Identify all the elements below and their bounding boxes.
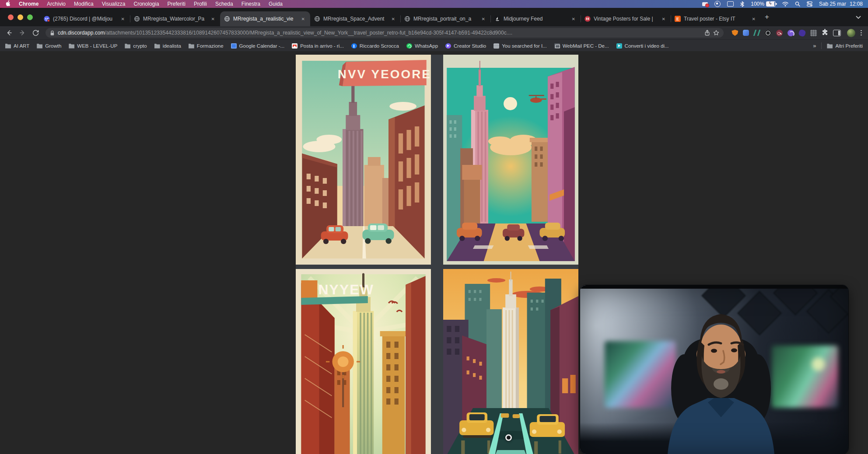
menu-item-modifica[interactable]: Modifica	[74, 1, 94, 7]
poster-image-nvv-yeoore: NVV YEOORE	[296, 55, 431, 265]
bookmark-folder-crypto[interactable]: crypto	[125, 43, 147, 49]
bookmark-label: crypto	[133, 43, 147, 49]
menu-item-guida[interactable]: Guida	[269, 1, 283, 7]
bookmark-converti-video[interactable]: Converti i video di...	[616, 43, 669, 49]
control-center-icon[interactable]	[807, 1, 812, 7]
tab-midjourney-feed[interactable]: Midjourney Feed ✕	[490, 11, 581, 26]
menu-item-cronologia[interactable]: Cronologia	[134, 1, 159, 7]
teal-n-extension-icon[interactable]	[754, 30, 760, 36]
purple-swirl-extension-icon[interactable]	[788, 30, 794, 36]
share-icon[interactable]	[704, 30, 710, 36]
chrome-menu-icon[interactable]	[859, 30, 864, 36]
tab-close-icon[interactable]: ✕	[300, 16, 306, 22]
bookmark-label: Posta in arrivo - ri...	[300, 43, 344, 49]
maximize-window-button[interactable]	[27, 14, 33, 20]
apple-menu-icon[interactable]	[5, 0, 10, 8]
bookmark-label: Google Calendar -...	[239, 43, 285, 49]
menu-item-chrome[interactable]: Chrome	[19, 1, 38, 7]
tab-space-adventure[interactable]: MRregista_Space_Advent ✕	[310, 11, 400, 26]
battery-status[interactable]: 100% ϟ	[751, 1, 776, 7]
tab-close-icon[interactable]: ✕	[390, 16, 396, 22]
tab-etsy[interactable]: E Travel poster - Etsy IT ✕	[671, 11, 761, 26]
bookmark-gmail-inbox[interactable]: Posta in arrivo - ri...	[292, 43, 344, 49]
bookmark-folder-ai-art[interactable]: AI ART	[5, 43, 29, 49]
dark-purple-extension-icon[interactable]	[798, 29, 806, 37]
password-key-extension-icon[interactable]	[776, 30, 783, 36]
reload-button[interactable]	[31, 28, 40, 38]
bookmark-star-icon[interactable]	[713, 30, 719, 36]
time-label: 12:08	[850, 1, 863, 7]
bookmark-creator-studio[interactable]: Creator Studio	[445, 43, 486, 49]
poster-top-left: NVV YEOORE	[296, 55, 431, 265]
stop-screen-recording-icon[interactable]	[714, 1, 721, 7]
folder-icon	[5, 43, 11, 49]
tab-close-icon[interactable]: ✕	[120, 16, 126, 22]
other-bookmarks-folder[interactable]: Altri Preferiti	[827, 43, 863, 49]
profile-avatar[interactable]	[847, 29, 855, 37]
poster-image-teal-sunset	[443, 55, 578, 265]
menu-item-finestra[interactable]: Finestra	[242, 1, 260, 7]
bookmark-webmail-pec[interactable]: WebMail PEC - De...	[554, 43, 609, 49]
tab-close-icon[interactable]: ✕	[661, 16, 667, 22]
sidebar-toggle-icon[interactable]	[833, 30, 841, 36]
tab-watercolor[interactable]: MRregista_Watercolor_Pa ✕	[130, 11, 220, 26]
bookmark-label: Altri Preferiti	[835, 43, 863, 49]
menu-bar-clock[interactable]: Sab 25 mar 12:08	[819, 1, 863, 7]
bookmark-folder-growth[interactable]: Growth	[37, 43, 61, 49]
tab-search-chevron-icon[interactable]	[856, 13, 861, 21]
spotlight-search-icon[interactable]	[795, 1, 800, 7]
tab-label: MRregista_Space_Advent	[323, 16, 387, 22]
bookmark-label: WhatsApp	[415, 43, 438, 49]
minimize-window-button[interactable]	[18, 14, 23, 20]
display-mirroring-icon[interactable]	[727, 1, 734, 7]
bookmark-google-calendar[interactable]: Google Calendar -...	[231, 43, 285, 49]
globe-favicon	[314, 16, 320, 22]
tab-close-icon[interactable]: ✕	[210, 16, 216, 22]
bookmark-you-searched[interactable]: You searched for I...	[494, 43, 547, 49]
browser-window: (2765) Discord | @Midjou ✕ MRregista_Wat…	[0, 8, 868, 454]
blue-extension-icon[interactable]	[743, 30, 749, 36]
menu-item-archivio[interactable]: Archivio	[47, 1, 66, 7]
gmail-icon	[292, 43, 298, 49]
poster-title-text: NVV YEOORE	[338, 67, 431, 81]
address-bar[interactable]: cdn.discordapp.com/attachments/101351233…	[46, 28, 724, 38]
bookmarks-divider	[821, 42, 822, 49]
bookmark-facebook-profile[interactable]: Riccardo Scrocca	[351, 43, 399, 49]
tab-close-icon[interactable]: ✕	[570, 16, 577, 22]
bluetooth-icon[interactable]	[740, 1, 744, 7]
menu-item-scheda[interactable]: Scheda	[215, 1, 233, 7]
tab-close-icon[interactable]: ✕	[751, 16, 757, 22]
dark-circle-extension-icon[interactable]	[765, 30, 771, 36]
tab-close-icon[interactable]: ✕	[480, 16, 486, 22]
grid-extension-icon[interactable]	[810, 30, 817, 36]
tab-portrait[interactable]: MRregista_portrait_on_a ✕	[400, 11, 490, 26]
bookmark-folder-formazione[interactable]: Formazione	[189, 43, 224, 49]
close-window-button[interactable]	[8, 14, 14, 20]
menu-item-visualizza[interactable]: Visualizza	[102, 1, 126, 7]
tab-realistic-view-active[interactable]: MRregista_a_realistic_vie ✕	[220, 11, 310, 26]
metamask-extension-icon[interactable]	[732, 30, 738, 36]
menu-item-preferiti[interactable]: Preferiti	[168, 1, 186, 7]
new-tab-button[interactable]: +	[761, 11, 773, 23]
recording-app-icon[interactable]	[702, 2, 708, 6]
menu-item-profili[interactable]: Profili	[194, 1, 207, 7]
forward-button[interactable]	[18, 28, 27, 38]
webmail-icon	[554, 43, 560, 49]
tab-vintage-posters[interactable]: Vintage Posters for Sale | ✕	[581, 11, 671, 26]
url-text: cdn.discordapp.com/attachments/101351233…	[58, 30, 701, 36]
tab-label: (2765) Discord | @Midjou	[53, 16, 117, 22]
wifi-icon[interactable]	[782, 2, 788, 7]
bookmark-whatsapp[interactable]: WhatsApp	[406, 43, 438, 49]
globe-favicon	[224, 16, 230, 22]
poster-bottom-left: NYYEW	[296, 269, 431, 454]
bookmarks-overflow-chevron[interactable]: »	[813, 42, 816, 49]
tab-discord[interactable]: (2765) Discord | @Midjou ✕	[40, 11, 130, 26]
tab-label: MRregista_a_realistic_vie	[233, 16, 297, 22]
globe-favicon	[134, 16, 140, 22]
mouth	[717, 370, 725, 374]
bookmark-folder-idealista[interactable]: idealista	[154, 43, 181, 49]
extensions-puzzle-icon[interactable]	[822, 29, 828, 37]
back-button[interactable]	[4, 28, 14, 38]
tab-label: Vintage Posters for Sale |	[594, 16, 658, 22]
bookmark-folder-web-level-up[interactable]: WEB - LEVEL-UP	[69, 43, 117, 49]
